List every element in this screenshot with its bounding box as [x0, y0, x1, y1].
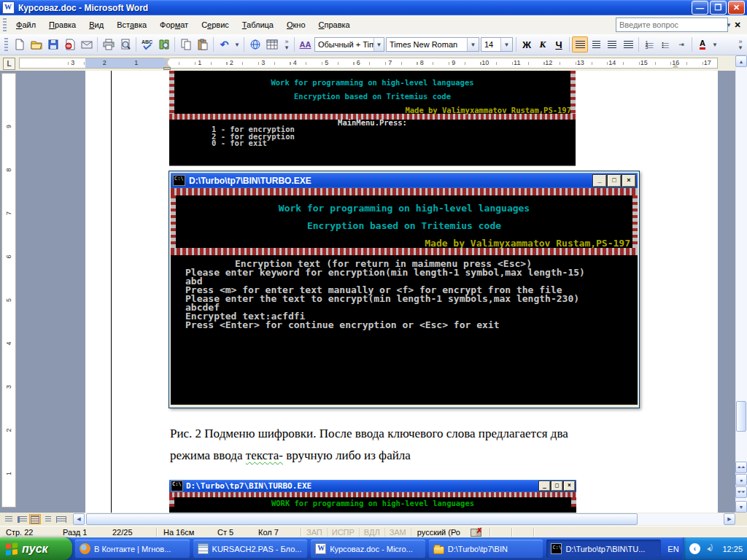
asterisk-border-left: [169, 497, 174, 507]
scroll-up-button[interactable]: ▲: [735, 55, 747, 67]
web-layout-view-button[interactable]: [16, 514, 28, 524]
menu-item[interactable]: Файл: [9, 18, 42, 32]
bulleted-list-button[interactable]: •—•—•—: [657, 36, 673, 52]
select-browse-object-button[interactable]: ●: [735, 474, 747, 486]
minimize-button[interactable]: —: [692, 1, 708, 15]
menu-item[interactable]: Вид: [82, 18, 110, 32]
undo-button[interactable]: ↶: [216, 36, 233, 52]
volume-icon[interactable]: [704, 544, 713, 553]
status-toggle[interactable]: ИСПР: [328, 528, 360, 537]
print-button[interactable]: [100, 36, 117, 52]
formatting-overflow-chevron[interactable]: »▾: [735, 39, 746, 50]
insert-table-button[interactable]: [263, 36, 280, 52]
scroll-right-button[interactable]: ▶: [724, 513, 735, 525]
taskbar-button-console[interactable]: D:\Turbo\tp7\BIN\TU...: [546, 540, 661, 558]
scroll-down-button[interactable]: ▼: [735, 501, 747, 513]
asterisk-border-right: [570, 71, 576, 114]
normal-view-button[interactable]: [3, 514, 15, 524]
paste-button[interactable]: [194, 36, 211, 52]
align-right-button[interactable]: [604, 36, 620, 52]
taskbar-button-explorer[interactable]: D:\Turbo\tp7\BIN: [429, 540, 543, 558]
menu-item[interactable]: Вставка: [110, 18, 153, 32]
style-combobox[interactable]: Обычный + Time▼: [314, 37, 384, 52]
underline-button[interactable]: Ч: [551, 36, 567, 52]
open-button[interactable]: [28, 36, 44, 52]
undo-dropdown[interactable]: ▼: [233, 36, 241, 52]
bold-button[interactable]: Ж: [519, 36, 535, 52]
ask-question-input[interactable]: [616, 20, 726, 29]
italic-button[interactable]: К: [535, 36, 551, 52]
justify-button[interactable]: [620, 36, 636, 52]
taskbar-button-firefox[interactable]: В Контакте | Мгнов...: [75, 540, 190, 558]
console-maximize-button[interactable]: □: [608, 175, 621, 187]
status-toggle[interactable]: ВДЛ: [360, 528, 385, 537]
language-indicator[interactable]: EN: [664, 537, 683, 560]
size-dropdown-icon[interactable]: ▼: [500, 38, 512, 51]
menu-item[interactable]: Формат: [153, 18, 195, 32]
email-button[interactable]: [78, 36, 95, 52]
menu-item[interactable]: Окно: [280, 18, 312, 32]
numbered-list-button[interactable]: 1—2—3—: [641, 36, 657, 52]
console-window[interactable]: D:\Turbo\tp7\BIN\TURBO.EXE _ □ × Work fo…: [169, 171, 640, 408]
menu-item[interactable]: Таблица: [236, 18, 280, 32]
asterisk-border-left: [169, 71, 174, 114]
close-button[interactable]: ✕: [728, 1, 745, 15]
font-combobox[interactable]: Times New Roman▼: [386, 37, 479, 52]
question-dropdown-icon[interactable]: ▼: [726, 22, 732, 28]
menu-drag-handle[interactable]: [3, 18, 7, 31]
permission-button[interactable]: [61, 36, 78, 52]
status-toggle[interactable]: ЗАМ: [385, 528, 411, 537]
console-close-button[interactable]: ×: [622, 175, 635, 187]
menu-item[interactable]: Сервис: [195, 18, 236, 32]
clock: 12:25: [722, 545, 743, 553]
font-size-combobox[interactable]: 14▼: [481, 37, 513, 52]
status-toggles: ЗАПИСПРВДЛЗАМ: [302, 528, 411, 537]
toolbar-overflow-chevron[interactable]: »▾: [282, 39, 292, 50]
font-color-button[interactable]: А: [694, 36, 711, 52]
indent-button[interactable]: ⇥: [673, 36, 689, 52]
reading-layout-button[interactable]: [55, 514, 67, 524]
menubar-close-icon[interactable]: ✕: [732, 20, 743, 30]
research-button[interactable]: [155, 36, 172, 52]
spelling-status-icon[interactable]: ✗: [471, 528, 485, 537]
menu-item[interactable]: Справка: [312, 18, 357, 32]
status-toggle[interactable]: ЗАП: [302, 528, 328, 537]
console-minimize-button[interactable]: _: [593, 175, 606, 187]
copy-button[interactable]: [177, 36, 194, 52]
align-center-button[interactable]: [588, 36, 604, 52]
browse-previous-button[interactable]: ⏶⏶: [735, 462, 747, 473]
print-layout-view-button[interactable]: [29, 514, 41, 524]
right-indent-marker[interactable]: [672, 63, 679, 69]
tray-collapse-chevron-icon[interactable]: ‹: [689, 543, 700, 554]
embedded-console-screenshot-top[interactable]: Work for programming on high-level langu…: [169, 71, 576, 166]
start-button[interactable]: пуск: [0, 537, 72, 560]
horizontal-scroll-thumb[interactable]: [86, 513, 638, 525]
browse-next-button[interactable]: ⏷⏷: [735, 486, 747, 498]
menu-item[interactable]: Правка: [42, 18, 82, 32]
left-indent-marker[interactable]: [163, 67, 171, 70]
tab-stop-selector[interactable]: L: [3, 58, 15, 70]
vertical-scroll-thumb[interactable]: [736, 401, 746, 432]
align-left-button[interactable]: [572, 36, 588, 52]
save-button[interactable]: [44, 36, 61, 52]
styles-and-formatting-button[interactable]: АА: [297, 36, 314, 52]
outline-view-button[interactable]: [42, 514, 54, 524]
style-dropdown-icon[interactable]: ▼: [374, 38, 384, 51]
console-title-bar[interactable]: D:\Turbo\tp7\BIN\TURBO.EXE _ □ ×: [171, 173, 638, 188]
toolbar-drag-handle[interactable]: [4, 38, 8, 51]
title-bar: Курсоваz.doc - Microsoft Word — ❐ ✕: [0, 0, 747, 15]
new-document-button[interactable]: [11, 36, 28, 52]
scroll-left-button[interactable]: ◀: [73, 513, 85, 525]
taskbar-button-notepad[interactable]: KURSACH2.PAS - Бло...: [193, 540, 308, 558]
status-language[interactable]: русский (Ро: [411, 528, 466, 537]
first-line-indent-marker[interactable]: [163, 58, 171, 63]
spelling-button[interactable]: ABC: [139, 36, 155, 52]
font-dropdown-icon[interactable]: ▼: [467, 38, 479, 51]
embedded-console-screenshot-bottom[interactable]: D:\Turbo\tp7\BIN\TURBO.EXE _ □ × WORK fo…: [169, 480, 576, 513]
vertical-scrollbar[interactable]: [735, 55, 747, 513]
font-color-dropdown[interactable]: ▼: [711, 36, 719, 52]
restore-button[interactable]: ❐: [710, 1, 727, 15]
hyperlink-button[interactable]: [247, 36, 263, 52]
print-preview-button[interactable]: [117, 36, 133, 52]
taskbar-button-word[interactable]: Курсоваz.doc - Micro...: [311, 540, 425, 558]
